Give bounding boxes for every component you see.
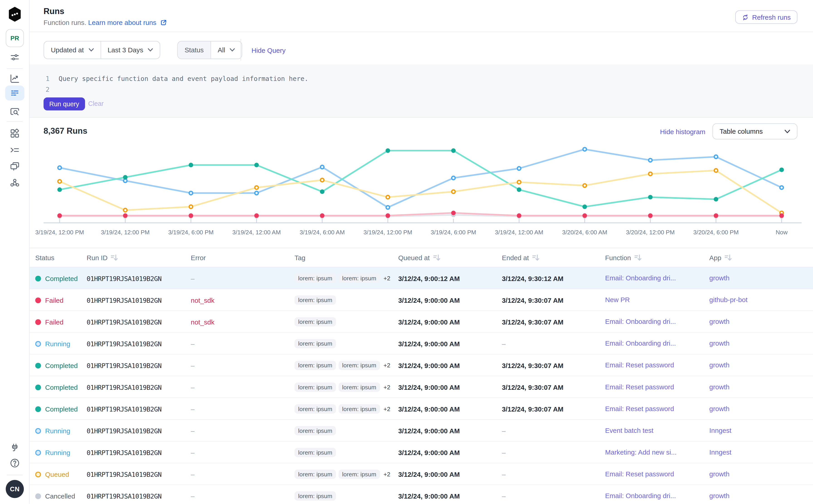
- sort-icon[interactable]: [433, 254, 440, 261]
- status-cell: Completed: [35, 405, 87, 413]
- function-link[interactable]: Email: Onboarding dri...: [605, 333, 683, 354]
- column-header-run-id[interactable]: Run ID: [87, 254, 191, 261]
- app-link[interactable]: growth: [709, 463, 737, 485]
- ended-at-cell: 3/12/24, 9:30:12 AM: [502, 274, 605, 282]
- app-link[interactable]: growth: [709, 333, 737, 354]
- app-link[interactable]: growth: [709, 376, 737, 398]
- function-link[interactable]: Email: Reset password: [605, 398, 681, 420]
- inngest-logo-icon[interactable]: [8, 7, 22, 22]
- app-link[interactable]: github-pr-bot: [709, 289, 755, 311]
- table-columns-label: Table columns: [720, 128, 763, 135]
- chevron-down-icon: [148, 48, 153, 52]
- ended-at-cell: –: [502, 492, 605, 500]
- sort-icon[interactable]: [634, 254, 641, 261]
- table-columns-dropdown[interactable]: Table columns: [712, 123, 797, 139]
- runs-table: StatusRun ID ErrorTagQueued at Ended at …: [29, 248, 813, 504]
- run-id-cell: 01HRPT19RJSA1019B2GN: [87, 361, 191, 369]
- line-number: 1: [46, 75, 49, 82]
- table-row[interactable]: Failed 01HRPT19RJSA1019B2GN not_sdk lore…: [29, 289, 813, 311]
- clear-query-button[interactable]: Clear: [88, 100, 104, 107]
- status-dot: [35, 341, 41, 347]
- table-row[interactable]: Completed 01HRPT19RJSA1019B2GN – lorem: …: [29, 354, 813, 376]
- svg-text:3/20/24, 12:00 PM: 3/20/24, 12:00 PM: [626, 229, 675, 236]
- hide-histogram-link[interactable]: Hide histogram: [660, 128, 705, 136]
- run-query-button[interactable]: Run query: [44, 97, 85, 110]
- tag-overflow-count: +2: [383, 362, 390, 368]
- table-row[interactable]: Completed 01HRPT19RJSA1019B2GN – lorem: …: [29, 376, 813, 398]
- learn-more-link[interactable]: Learn more about runs: [88, 19, 156, 26]
- table-row[interactable]: Queued 01HRPT19RJSA1019B2GN – lorem: ips…: [29, 463, 813, 485]
- app-link[interactable]: growth: [709, 398, 737, 420]
- column-header-error: Error: [191, 254, 294, 261]
- app-cell: growth: [709, 267, 813, 289]
- function-link[interactable]: Email: Onboarding dri...: [605, 311, 683, 333]
- status-filter-dropdown[interactable]: All: [210, 41, 242, 58]
- column-header-queued-at[interactable]: Queued at: [398, 254, 502, 261]
- status-label: Cancelled: [45, 492, 75, 500]
- table-row[interactable]: Running 01HRPT19RJSA1019B2GN – lorem: ip…: [29, 442, 813, 463]
- error-cell: –: [191, 448, 294, 456]
- time-range-dropdown[interactable]: Last 3 Days: [100, 41, 160, 58]
- run-id-cell: 01HRPT19RJSA1019B2GN: [87, 470, 191, 478]
- queued-at-cell: 3/12/24, 9:00:00 AM: [398, 448, 502, 456]
- column-header-app[interactable]: App: [709, 254, 813, 261]
- functions-icon[interactable]: [9, 145, 20, 155]
- status-label: Completed: [45, 361, 78, 369]
- function-cell: Email: Reset password: [605, 398, 709, 420]
- table-row[interactable]: Completed 01HRPT19RJSA1019B2GN – lorem: …: [29, 398, 813, 420]
- sort-icon[interactable]: [724, 254, 732, 261]
- column-header-ended-at[interactable]: Ended at: [502, 254, 605, 261]
- metrics-icon[interactable]: [9, 73, 20, 84]
- help-icon[interactable]: [9, 458, 20, 468]
- function-cell: Marketing: Add new si...: [605, 442, 709, 463]
- sort-icon[interactable]: [532, 254, 539, 261]
- function-link[interactable]: Marketing: Add new si...: [605, 442, 684, 463]
- hide-query-link[interactable]: Hide Query: [251, 47, 285, 54]
- function-link[interactable]: Email: Onboarding dri...: [605, 267, 683, 289]
- status-dot: [35, 450, 41, 455]
- query-editor[interactable]: 1 2 Query specific function data and eve…: [29, 64, 813, 118]
- table-row[interactable]: Running 01HRPT19RJSA1019B2GN – lorem: ip…: [29, 420, 813, 441]
- refresh-runs-button[interactable]: Refresh runs: [735, 10, 797, 24]
- table-row[interactable]: Failed 01HRPT19RJSA1019B2GN not_sdk lore…: [29, 311, 813, 333]
- app-link[interactable]: growth: [709, 311, 737, 333]
- filter-bar: Updated at Last 3 Days Status All Hide Q…: [29, 32, 813, 64]
- app-link[interactable]: Inngest: [709, 442, 739, 463]
- app-link[interactable]: growth: [709, 267, 737, 289]
- table-row[interactable]: Running 01HRPT19RJSA1019B2GN – lorem: ip…: [29, 333, 813, 354]
- function-cell: Event batch test: [605, 420, 709, 441]
- function-link[interactable]: Email: Reset password: [605, 354, 681, 376]
- app-link[interactable]: Inngest: [709, 420, 739, 441]
- function-link[interactable]: Email: Onboarding dri...: [605, 485, 683, 504]
- column-header-tag: Tag: [294, 254, 398, 261]
- sort-icon[interactable]: [111, 254, 118, 261]
- webhook-icon[interactable]: [9, 177, 20, 188]
- dev-server-plug-icon[interactable]: [9, 442, 20, 453]
- sidebar-divider: [7, 68, 23, 69]
- function-link[interactable]: Email: Reset password: [605, 463, 681, 485]
- tag-overflow-count: +2: [383, 471, 390, 477]
- tag-pill: lorem: ipsum: [294, 296, 336, 305]
- field-selector-dropdown[interactable]: Updated at: [44, 41, 100, 58]
- function-link[interactable]: Event batch test: [605, 420, 661, 441]
- ended-at-cell: 3/12/24, 9:30:07 AM: [502, 318, 605, 326]
- column-header-function[interactable]: Function: [605, 254, 709, 261]
- function-link[interactable]: New PR: [605, 289, 637, 311]
- tag-pill: lorem: ipsum: [338, 470, 380, 479]
- environment-badge[interactable]: PR: [6, 29, 24, 47]
- status-filter-value: All: [218, 46, 225, 54]
- filters-sliders-icon[interactable]: [9, 52, 20, 63]
- events-icon[interactable]: [9, 161, 20, 172]
- status-dot: [35, 471, 41, 477]
- app-link[interactable]: growth: [709, 485, 737, 504]
- table-row[interactable]: Cancelled 01HRPT19RJSA1019B2GN – lorem: …: [29, 485, 813, 504]
- app-cell: growth: [709, 485, 813, 504]
- table-row[interactable]: Completed 01HRPT19RJSA1019B2GN – lorem: …: [29, 267, 813, 289]
- event-search-icon[interactable]: [9, 106, 20, 117]
- apps-icon[interactable]: [9, 128, 20, 139]
- user-avatar[interactable]: CN: [6, 480, 24, 498]
- function-link[interactable]: Email: Reset password: [605, 376, 681, 398]
- queued-at-cell: 3/12/24, 9:00:00 AM: [398, 427, 502, 434]
- status-label: Running: [45, 427, 70, 434]
- app-link[interactable]: growth: [709, 354, 737, 376]
